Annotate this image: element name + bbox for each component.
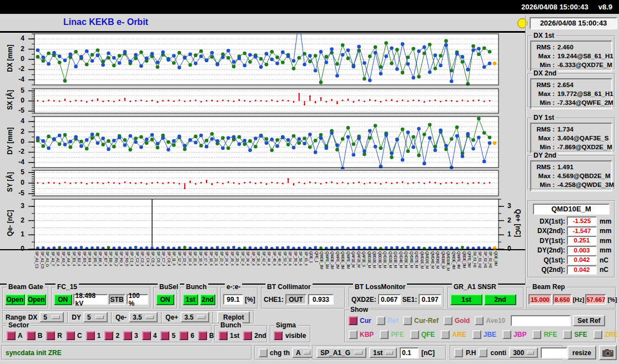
show-jbp-item: JBP xyxy=(502,330,526,339)
show-ave10-checkbox[interactable] xyxy=(475,316,484,325)
gr-a1-1st-button[interactable]: 1st xyxy=(450,294,482,305)
show-gold-item: Gold xyxy=(444,316,470,325)
range-dy-dropdown[interactable]: 5 xyxy=(83,312,108,322)
sector-c-checkbox[interactable] xyxy=(66,331,75,340)
busel-on-button[interactable]: ON xyxy=(156,294,174,305)
bunch-dropdown[interactable]: 1st xyxy=(369,347,397,358)
show-pfe-checkbox[interactable] xyxy=(380,330,389,339)
divider xyxy=(161,312,162,323)
dx-chart xyxy=(27,33,507,87)
range-dx-dropdown[interactable]: 5 xyxy=(39,312,64,322)
range-label: Range xyxy=(6,314,26,321)
stat-label: Min : xyxy=(532,181,555,188)
show-jbp-checkbox[interactable] xyxy=(502,330,511,339)
x-tick-label: SP_18_4 xyxy=(209,251,213,265)
gr-a1-2nd-button[interactable]: 2nd xyxy=(484,294,516,305)
dx-y-tick-label: 0 xyxy=(10,55,24,63)
dx-y-tick-label: -4 xyxy=(10,75,24,83)
dx-y-tick-label: 2 xyxy=(10,45,24,53)
fc15-on-button[interactable]: ON xyxy=(54,294,72,305)
sector-1-checkbox[interactable] xyxy=(86,331,95,340)
sector-b-label: B xyxy=(38,332,43,340)
bt-lossmonitor-title: BT LossMonitor xyxy=(353,284,407,290)
x-tick-label: QBD2E_M xyxy=(372,251,376,268)
show-cur-checkbox[interactable] xyxy=(349,316,358,325)
x-tick-label: SP_A2_4 xyxy=(56,251,60,266)
sigma-visible-checkbox[interactable] xyxy=(274,331,283,340)
dropdown-dash-icon xyxy=(145,315,154,319)
x-tick-label: SP_13_4 xyxy=(182,251,187,265)
beam-gate-open-2-button[interactable]: Open xyxy=(27,294,47,305)
sector-bt-checkbox[interactable] xyxy=(198,331,207,340)
bunch-2nd-button[interactable]: 2nd xyxy=(200,294,215,305)
count-dropdown[interactable]: 300 xyxy=(509,347,538,358)
show-cur-ref-checkbox[interactable] xyxy=(403,316,412,325)
sector-3-label: 3 xyxy=(134,332,138,340)
stats-row: RMS :2.654 xyxy=(532,80,610,89)
sector-6-label: 6 xyxy=(190,332,194,340)
set-ref-button[interactable]: Set Ref xyxy=(573,315,605,326)
show-zre-label: ZRE xyxy=(605,331,618,338)
stat-label: Min : xyxy=(532,99,555,106)
show-rfe-checkbox[interactable] xyxy=(532,330,541,339)
sector-4-checkbox[interactable] xyxy=(142,331,151,340)
show-kbp-checkbox[interactable] xyxy=(349,330,358,339)
show-gold-checkbox[interactable] xyxy=(444,316,452,325)
resize-button[interactable]: resize xyxy=(567,346,596,360)
dy-y-tick-label: 4 xyxy=(10,117,24,125)
se1-label: SE1: xyxy=(402,296,417,304)
bpm-monitor-title: QMD10E_M xyxy=(533,204,610,215)
bunch-2nd-checkbox[interactable] xyxy=(243,331,252,340)
beam-gate-open-1-button[interactable]: Open xyxy=(5,294,25,305)
stats-group-dx-2nd: DX 2ndRMS :2.654Max :19.772@S8_61_H1Min … xyxy=(527,73,615,108)
sx-y-tick-label: 5 xyxy=(10,87,24,94)
x-tick-label: S8_61_H1 xyxy=(472,251,477,267)
show-zre-checkbox[interactable] xyxy=(593,330,602,339)
x-tick-label: SP_61_4 xyxy=(304,251,308,265)
x-tick-label: QBD3E_M xyxy=(378,251,382,268)
sector-2-checkbox[interactable] xyxy=(104,331,113,340)
sector-3-checkbox[interactable] xyxy=(123,331,132,340)
qe-y-tick-label: 2 xyxy=(10,216,24,224)
fc15-title: FC_15 xyxy=(56,284,79,290)
chg-th-checkbox[interactable] xyxy=(259,348,268,357)
show-title: Show xyxy=(349,306,370,313)
stats-group-title: DY 2nd xyxy=(532,152,558,159)
range-qe-minus-dropdown[interactable]: 3.5 xyxy=(129,312,158,322)
range-qe-plus-dropdown[interactable]: 3.5 xyxy=(180,312,209,322)
sector-b-checkbox[interactable] xyxy=(27,331,36,340)
stat-value: -6.333@QXD7E_M xyxy=(557,62,612,68)
sector-6-checkbox[interactable] xyxy=(179,331,188,340)
x-tick-label: QDE_1 xyxy=(309,251,313,262)
show-cur-item: Cur xyxy=(349,316,371,325)
bunch-1st-button[interactable]: 1st xyxy=(183,294,198,305)
show-ref-checkbox[interactable] xyxy=(376,316,385,325)
sector-c-label: C xyxy=(77,332,82,340)
show-jbe-checkbox[interactable] xyxy=(472,330,481,339)
sector-r-checkbox[interactable] xyxy=(46,331,55,340)
bpm-dropdown[interactable]: SP_A1_G xyxy=(316,347,366,358)
x-tick-label: SP_22_4 xyxy=(219,251,224,265)
x-tick-label: SP_B1_4 xyxy=(72,251,76,266)
extra-input[interactable] xyxy=(541,347,567,358)
sector-5-checkbox[interactable] xyxy=(160,331,169,340)
screenshot-button[interactable] xyxy=(599,345,617,360)
chg-th-dropdown[interactable]: A xyxy=(292,347,314,358)
sector-3-item: 3 xyxy=(123,331,138,340)
x-tick-label: SP_34_4 xyxy=(245,251,250,265)
range-qem-label: Qe- xyxy=(115,314,127,321)
conti-checkbox[interactable] xyxy=(479,348,487,357)
qe-chart xyxy=(27,199,521,251)
ref-name-input[interactable] xyxy=(511,315,571,326)
sector-a-checkbox[interactable] xyxy=(7,331,16,340)
bunch-1st-checkbox[interactable] xyxy=(219,331,228,340)
show-sfe-checkbox[interactable] xyxy=(563,330,572,339)
qxd2e-value: 0.067 xyxy=(378,294,401,305)
threshold-input[interactable] xyxy=(400,347,419,358)
dy-y-tick-label: 2 xyxy=(10,128,24,135)
show-are-checkbox[interactable] xyxy=(441,330,450,339)
bunch-1st-label: 1st xyxy=(230,332,239,340)
show-qfe-checkbox[interactable] xyxy=(410,330,419,339)
ph-checkbox[interactable] xyxy=(454,348,463,357)
beam-rep-title: Beam Rep xyxy=(531,284,567,290)
